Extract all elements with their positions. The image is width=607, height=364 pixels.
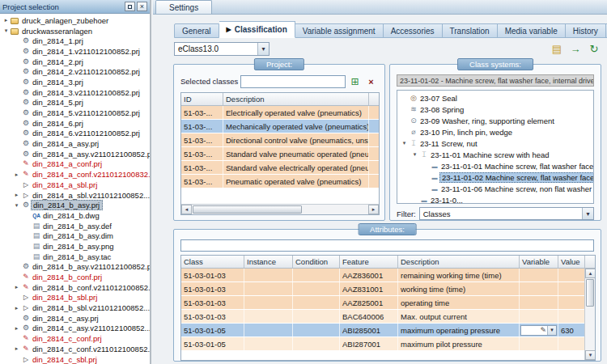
column-header-class[interactable]: Class: [181, 256, 244, 268]
tree-item[interactable]: din_2814_c_asy.prj: [0, 313, 150, 324]
scroll-left-button[interactable]: ◂: [181, 205, 192, 214]
tree-item[interactable]: ▸din_2814_c_asy.v211012100852...: [0, 324, 150, 334]
tree-item[interactable]: din_2814_2.prj: [0, 57, 150, 67]
scroll-up-button[interactable]: ▴: [585, 269, 596, 278]
tree-item[interactable]: din_2814_c_conf.prj: [0, 333, 150, 344]
tree-item[interactable]: din_2814_c_sbl.prj: [0, 354, 150, 364]
expand-icon[interactable]: ▸: [12, 345, 21, 352]
vscroll-track[interactable]: [585, 278, 595, 350]
tree-item[interactable]: ▸din_2814_a_sbl.v211012100852...: [0, 190, 150, 201]
tab-variable-assignment[interactable]: Variable assignment: [295, 23, 384, 38]
column-header-id[interactable]: ID: [181, 93, 223, 105]
tree-item[interactable]: din_2814_b_asy.png: [0, 241, 150, 252]
class-tree-item[interactable]: 23-08 Spring: [398, 104, 593, 115]
tree-item[interactable]: din_2814_1.v211012100852.prj: [0, 46, 150, 57]
expand-icon[interactable]: ▸: [12, 325, 21, 332]
tree-item[interactable]: ▾din_2814_b_asy.prj: [0, 200, 150, 210]
tab-general[interactable]: General: [174, 23, 219, 38]
collapse-icon[interactable]: ▾: [12, 202, 21, 209]
collapse-icon[interactable]: ▾: [410, 151, 419, 158]
tree-item[interactable]: din_2814_5.v211012100852.prj: [0, 108, 150, 118]
tree-item[interactable]: din_2814_b_asy.def: [0, 221, 150, 231]
add-class-button[interactable]: ⊞: [348, 75, 362, 88]
class-tree-item[interactable]: 23-11-01-02 Machine screw, flat washer f…: [398, 171, 593, 183]
attribute-row[interactable]: 51-03-01-03AAZ825001operating time: [181, 296, 595, 310]
selected-classes-input[interactable]: [240, 75, 346, 88]
class-row[interactable]: 51-03-...Pneumatic operated valve (pneum…: [181, 175, 379, 188]
class-tree-item[interactable]: 23-09 Washer, ring, supporting element: [398, 115, 593, 126]
close-button[interactable]: ×: [137, 2, 147, 11]
column-header-value[interactable]: Value: [558, 256, 585, 268]
tree-item[interactable]: ▸druck_anlagen_zubehoer: [0, 15, 150, 26]
dock-button[interactable]: [125, 2, 135, 11]
hscroll-thumb[interactable]: [193, 205, 302, 214]
tree-item[interactable]: din_2814_a_conf.prj: [0, 159, 150, 170]
tab-media-variable[interactable]: Media variable: [498, 23, 566, 38]
tree-item[interactable]: ▸din_2814_c_conf.v211012100852...: [0, 344, 150, 354]
tab-history[interactable]: History: [566, 23, 606, 38]
tree-item[interactable]: din_2814_6.prj: [0, 118, 150, 129]
class-tree-item[interactable]: 23-11-01-06 Machine screw, non flat wash…: [398, 183, 593, 194]
tree-item[interactable]: din_2814_b.dwg: [0, 210, 150, 221]
tree-item[interactable]: din_2814_1.prj: [0, 36, 150, 46]
class-tree-item[interactable]: 23-07 Seal: [398, 92, 593, 104]
class-tree-item[interactable]: 23-11-01-01 Machine screw, flat washer f…: [398, 160, 593, 171]
class-tree-item[interactable]: ▾23-11 Screw, nut: [398, 138, 593, 149]
tree-item[interactable]: din_2814_2.v211012100852.prj: [0, 66, 150, 77]
sync-icon[interactable]: ↻: [588, 42, 601, 55]
tree-item[interactable]: din_2814_b_asy.v211012100852.prj: [0, 262, 150, 273]
column-header-description[interactable]: Description: [398, 256, 520, 268]
chevron-down-icon[interactable]: ▾: [547, 326, 556, 335]
class-row[interactable]: 51-03-...Directional control valve (pneu…: [181, 133, 379, 147]
class-tree-item[interactable]: 23-11-0...: [398, 194, 593, 204]
column-header-variable[interactable]: Variable: [520, 256, 558, 268]
attribute-row[interactable]: 51-03-01-05ABI287001maximum pilot pressu…: [181, 337, 595, 351]
vscroll-thumb[interactable]: [586, 279, 594, 307]
expand-icon[interactable]: ▸: [12, 171, 21, 178]
expand-icon[interactable]: ▸: [12, 305, 21, 311]
class-row[interactable]: 51-03-...Standard valve electrically ope…: [181, 161, 379, 175]
tree-item[interactable]: ▸din_2814_a_conf.v211012100832...: [0, 169, 150, 180]
expand-icon[interactable]: ▸: [2, 17, 11, 23]
column-header-instance[interactable]: Instance: [244, 256, 293, 268]
class-row[interactable]: 51-03-...Mechanically operated valve (pn…: [181, 120, 379, 133]
tree-item[interactable]: ▸din_2814_b_conf.v211012100852...: [0, 282, 150, 293]
tree-item[interactable]: ▾druckwasseranlagen: [0, 26, 150, 36]
tree-item[interactable]: din_2814_6.v211012100852.prj: [0, 129, 150, 139]
class-system-select[interactable]: eClass13.0 ▾: [174, 42, 270, 56]
tree-item[interactable]: ▸din_2814_b_sbl.v211012100852...: [0, 303, 150, 313]
tree-item[interactable]: din_2814_5.prj: [0, 98, 150, 108]
column-header-description[interactable]: Description: [223, 93, 369, 105]
collapse-icon[interactable]: ▾: [2, 28, 11, 34]
edit-icon[interactable]: ✎: [540, 326, 546, 334]
filter-select[interactable]: Classes ▾: [419, 207, 594, 220]
expand-icon[interactable]: ▸: [12, 192, 21, 198]
scroll-right-button[interactable]: ▸: [368, 205, 379, 214]
tree-item[interactable]: din_2814_a_asy.prj: [0, 138, 150, 149]
tree-item[interactable]: din_2814_b_conf.prj: [0, 272, 150, 282]
attribute-row[interactable]: 51-03-01-03AAZ836001remaining working ti…: [181, 269, 595, 282]
class-tree-item[interactable]: 23-10 Pin, linch pin, wedge: [398, 126, 593, 138]
transfer-icon[interactable]: →: [569, 42, 582, 55]
scroll-down-button[interactable]: ▾: [585, 350, 596, 360]
attributes-table-vscrollbar[interactable]: ▴ ▾: [584, 269, 595, 360]
variable-editor[interactable]: ✎▾: [520, 325, 557, 336]
tab-translation[interactable]: Translation: [443, 23, 498, 38]
tree-item[interactable]: din_2814_3.prj: [0, 77, 150, 87]
class-row[interactable]: 51-03-...Electrically operated valve (pn…: [181, 106, 379, 120]
hscroll-track[interactable]: [192, 205, 368, 214]
class-row[interactable]: 51-03-...Standard valve pneumatic operat…: [181, 147, 379, 161]
expand-icon[interactable]: ▸: [12, 284, 21, 290]
collapse-icon[interactable]: ▾: [400, 140, 409, 146]
project-table-hscrollbar[interactable]: ◂ ▸: [181, 204, 379, 214]
tree-item[interactable]: din_2814_b_asy.tac: [0, 252, 150, 262]
tree-item[interactable]: din_2814_a_sbl.prj: [0, 180, 150, 190]
tab-accessories[interactable]: Accessories: [384, 23, 443, 38]
package-icon[interactable]: ▤: [550, 42, 563, 55]
tree-item[interactable]: din_2814_b_sbl.prj: [0, 293, 150, 303]
tree-item[interactable]: din_2814_3.v211012100852.prj: [0, 87, 150, 98]
tree-item[interactable]: din_2814_b_asy.dim: [0, 231, 150, 241]
tree-item[interactable]: din_2814_a_asy.v211012100852.prj: [0, 149, 150, 159]
column-header-feature[interactable]: Feature: [340, 256, 398, 268]
attribute-row[interactable]: 51-03-01-05ABI285001maximum operating pr…: [181, 324, 595, 337]
